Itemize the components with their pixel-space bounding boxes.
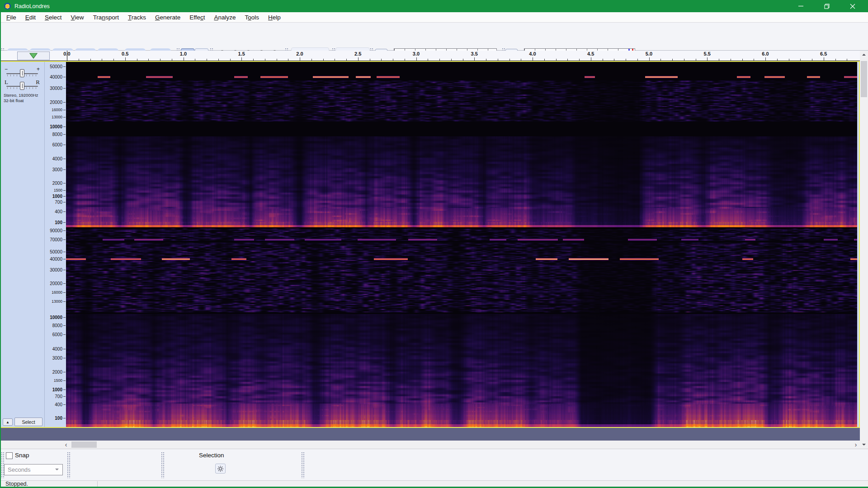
freq-tick (63, 134, 66, 135)
timeline-tick (300, 57, 300, 61)
spectrogram-canvas[interactable] (66, 62, 857, 427)
window-title: RadioLondres (14, 3, 50, 9)
scroll-down-arrow[interactable] (860, 441, 868, 449)
snap-mode-dropdown[interactable]: Seconds (4, 464, 63, 475)
freq-label: 20000 (50, 100, 62, 105)
freq-tick (63, 117, 66, 117)
timeline-tick (311, 59, 312, 61)
freq-label: 700 (55, 394, 62, 399)
timeline-tick (731, 59, 731, 61)
timeline-label: 0.5 (118, 51, 132, 56)
menu-item-effect[interactable]: Effect (185, 12, 209, 23)
timeline-tick (346, 59, 347, 61)
timeline-tick (253, 59, 254, 61)
track-control-panel[interactable]: − + L R Stereo, 192000Hz 32-bit float ▲ … (1, 62, 44, 427)
selection-settings-button[interactable] (215, 464, 226, 474)
toolbar-grip[interactable] (1, 452, 4, 478)
toolbar-grip[interactable] (301, 452, 304, 478)
vertical-scroll-thumb[interactable] (861, 61, 867, 97)
timeline-label: 2.5 (351, 51, 365, 56)
freq-tick (63, 190, 66, 191)
timeline-tick (323, 59, 324, 61)
frequency-ruler[interactable]: 5000040000300002000016000130001000080006… (44, 62, 66, 427)
freq-label: 6000 (52, 142, 62, 147)
freq-tick (63, 259, 66, 259)
gain-slider-thumb[interactable] (20, 69, 24, 77)
freq-tick (63, 159, 66, 159)
timeline-tick (847, 59, 847, 61)
pinned-play-head-button[interactable] (17, 52, 50, 60)
toolbar-grip[interactable] (161, 452, 164, 478)
menu-item-analyze[interactable]: Analyze (210, 12, 241, 23)
window-border-left (0, 12, 1, 487)
timeline-tick (277, 59, 277, 61)
menu-item-transport[interactable]: Transport (89, 12, 123, 23)
freq-tick (63, 418, 66, 418)
minimize-button[interactable] (788, 0, 814, 12)
scroll-left-arrow[interactable]: ‹ (62, 441, 70, 449)
freq-label: 13000 (52, 115, 62, 120)
audacity-window: RadioLondres FileEditSelectViewTransport… (0, 0, 868, 488)
status-text: Stopped. (5, 481, 28, 487)
timeline-tick (800, 59, 801, 61)
timeline-tick (521, 59, 521, 61)
timeline-tick (288, 59, 288, 61)
timeline-tick (358, 57, 359, 61)
track-radiolondres[interactable]: − + L R Stereo, 192000Hz 32-bit float ▲ … (0, 61, 860, 428)
pan-slider[interactable]: L R (5, 80, 40, 92)
timeline-tick (486, 59, 486, 61)
freq-tick (63, 222, 66, 223)
timeline-tick (463, 59, 463, 61)
timeline-tick (812, 59, 812, 61)
horizontal-scrollbar[interactable]: ‹ › (0, 441, 860, 449)
timeline-label: 5.5 (700, 51, 714, 56)
freq-label: 4000 (52, 347, 62, 352)
scroll-up-arrow[interactable] (860, 51, 868, 59)
bottom-toolbar: Snap Seconds 00h00m00s▾ Selection 00h00m… (0, 449, 868, 480)
menu-item-edit[interactable]: Edit (21, 12, 40, 23)
snap-checkbox[interactable] (6, 452, 13, 459)
freq-tick (63, 66, 66, 67)
menu-item-select[interactable]: Select (40, 12, 66, 23)
menu-item-generate[interactable]: Generate (151, 12, 185, 23)
freq-label: 1500 (54, 378, 62, 383)
selection-label: Selection (199, 452, 224, 459)
timeline-tick (707, 57, 708, 61)
timeline-tick (789, 59, 789, 61)
freq-label: 50000 (50, 64, 62, 69)
track-select-button[interactable]: Select (14, 418, 42, 426)
close-button[interactable] (840, 0, 865, 12)
timeline-tick (335, 59, 335, 61)
freq-tick (63, 145, 66, 145)
title-bar[interactable]: RadioLondres (0, 0, 868, 12)
freq-tick (63, 380, 66, 381)
gain-slider[interactable]: − + (5, 67, 40, 79)
freq-tick (63, 270, 66, 270)
menu-item-tools[interactable]: Tools (241, 12, 264, 23)
horizontal-scroll-thumb[interactable] (71, 441, 97, 448)
gear-icon (217, 465, 224, 472)
scroll-right-arrow[interactable]: › (852, 441, 860, 449)
maximize-button[interactable] (814, 0, 840, 12)
vertical-scrollbar[interactable] (860, 51, 868, 449)
menu-item-view[interactable]: View (66, 12, 89, 23)
freq-label: 16000 (52, 290, 62, 295)
freq-tick (63, 334, 66, 335)
timeline-tick (579, 59, 580, 61)
timeline-tick (696, 59, 696, 61)
pan-slider-thumb[interactable] (20, 82, 24, 90)
freq-label: 10000 (50, 124, 62, 129)
menu-item-tracks[interactable]: Tracks (123, 12, 151, 23)
freq-tick (63, 283, 66, 284)
menu-item-file[interactable]: File (2, 12, 21, 23)
timeline-tick (451, 59, 452, 61)
freq-label: 400 (55, 209, 62, 214)
menu-item-help[interactable]: Help (264, 12, 285, 23)
track-format-info: Stereo, 192000Hz 32-bit float (4, 93, 38, 103)
toolbar-grip[interactable] (67, 452, 70, 478)
timeline-tick (765, 57, 766, 61)
timeline-tick (614, 59, 614, 61)
timeline-ruler[interactable]: 0.00.51.01.52.02.53.03.54.04.55.05.56.06… (0, 51, 860, 61)
collapse-track-button[interactable]: ▲ (3, 418, 13, 426)
timeline-tick (637, 59, 638, 61)
